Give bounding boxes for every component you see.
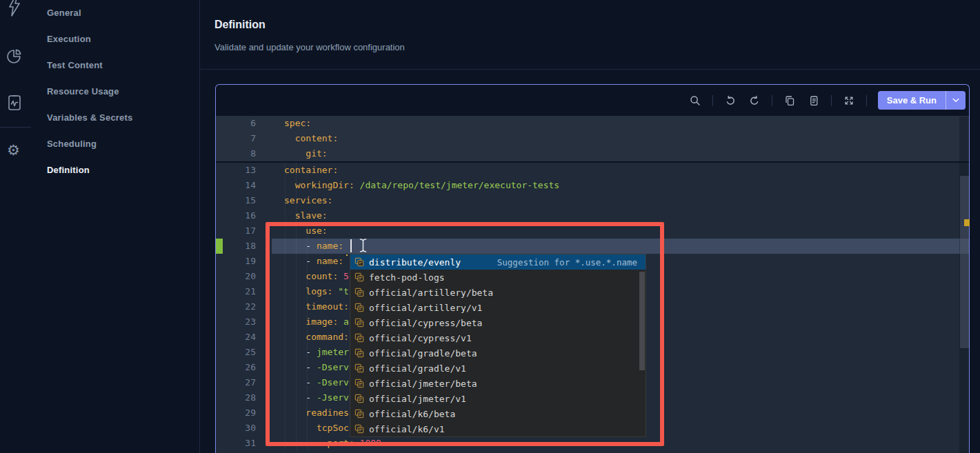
line-number: 13 bbox=[216, 163, 272, 178]
line-number: 27 bbox=[216, 375, 272, 390]
line-number: 8 bbox=[216, 146, 272, 161]
line-number: 17 bbox=[216, 223, 272, 239]
expand-icon[interactable] bbox=[840, 92, 858, 110]
sidebar-item-resource-usage[interactable]: Resource Usage bbox=[31, 79, 199, 105]
mouse-cursor-ibeam bbox=[359, 238, 368, 253]
editor-toolbar: Save & Run bbox=[216, 85, 969, 116]
line-number: 22 bbox=[216, 299, 272, 314]
sidebar-item-scheduling[interactable]: Scheduling bbox=[31, 131, 199, 157]
toolbar-divider bbox=[831, 95, 832, 106]
line-number: 30 bbox=[216, 421, 272, 436]
line-number: 14 bbox=[216, 178, 272, 193]
line-number: 29 bbox=[216, 405, 272, 421]
report-icon[interactable] bbox=[6, 93, 23, 112]
editor-scrollbar-thumb[interactable] bbox=[960, 176, 969, 348]
sidebar-item-execution[interactable]: Execution bbox=[31, 26, 199, 52]
sidebar-item-definition[interactable]: Definition bbox=[31, 157, 199, 183]
pie-chart-icon[interactable] bbox=[6, 48, 23, 64]
paste-icon[interactable] bbox=[805, 92, 823, 110]
save-and-run-button[interactable]: Save & Run bbox=[878, 91, 946, 110]
page-subtitle: Validate and update your workflow config… bbox=[214, 42, 405, 52]
save-options-chevron[interactable] bbox=[946, 91, 966, 110]
code-line-13[interactable]: 13container: bbox=[216, 163, 969, 178]
rail-divider bbox=[0, 127, 31, 128]
undo-icon[interactable] bbox=[721, 92, 739, 110]
line-number: 21 bbox=[216, 284, 272, 299]
annotation-rectangle bbox=[266, 222, 664, 446]
code-line-6[interactable]: 6spec: bbox=[216, 116, 969, 131]
sidebar-item-general[interactable]: General bbox=[31, 0, 199, 26]
overview-ruler-marker bbox=[964, 219, 970, 226]
code-line-7[interactable]: 7 content: bbox=[216, 131, 969, 146]
toolbar-divider bbox=[712, 95, 713, 106]
line-number: 19 bbox=[216, 254, 272, 269]
toolbar-divider bbox=[772, 95, 772, 106]
line-number: 26 bbox=[216, 360, 272, 375]
line-number: 16 bbox=[216, 208, 272, 223]
page-title: Definition bbox=[214, 19, 266, 31]
line-number: 31 bbox=[216, 436, 272, 451]
code-line-16[interactable]: 16 slave: bbox=[216, 208, 969, 223]
line-number: 7 bbox=[216, 131, 272, 146]
search-icon[interactable] bbox=[686, 92, 704, 110]
lightning-icon[interactable] bbox=[6, 0, 23, 17]
line-number: 25 bbox=[216, 345, 272, 360]
code-line-14[interactable]: 14 workingDir: /data/repo/test/jmeter/ex… bbox=[216, 178, 969, 193]
copy-icon[interactable] bbox=[781, 92, 799, 110]
sidebar-item-variables-secrets[interactable]: Variables & Secrets bbox=[31, 105, 199, 131]
workflow-definition-page: ⚙ GeneralExecutionTest ContentResource U… bbox=[0, 0, 980, 453]
toolbar-divider bbox=[866, 95, 867, 106]
code-line-15[interactable]: 15services: bbox=[216, 193, 969, 208]
gear-icon[interactable]: ⚙ bbox=[7, 143, 20, 158]
line-number: 28 bbox=[216, 390, 272, 405]
redo-icon[interactable] bbox=[746, 92, 763, 110]
line-number: 20 bbox=[216, 269, 272, 284]
sticky-lines: 6spec:7 content:8 git: bbox=[216, 116, 969, 163]
icon-rail: ⚙ bbox=[0, 0, 31, 453]
code-line-8[interactable]: 8 git: bbox=[216, 146, 969, 161]
sidebar-item-test-content[interactable]: Test Content bbox=[31, 52, 199, 79]
save-and-run-button-group: Save & Run bbox=[878, 91, 966, 110]
main-header: Definition Validate and update your work… bbox=[200, 0, 980, 70]
changed-line-marker bbox=[216, 239, 223, 254]
line-number: 6 bbox=[216, 116, 272, 131]
line-number: 15 bbox=[216, 193, 272, 208]
line-number: 24 bbox=[216, 330, 272, 345]
line-number: 23 bbox=[216, 314, 272, 330]
line-number: 18 bbox=[216, 239, 272, 254]
sidebar-nav: GeneralExecutionTest ContentResource Usa… bbox=[31, 0, 199, 453]
